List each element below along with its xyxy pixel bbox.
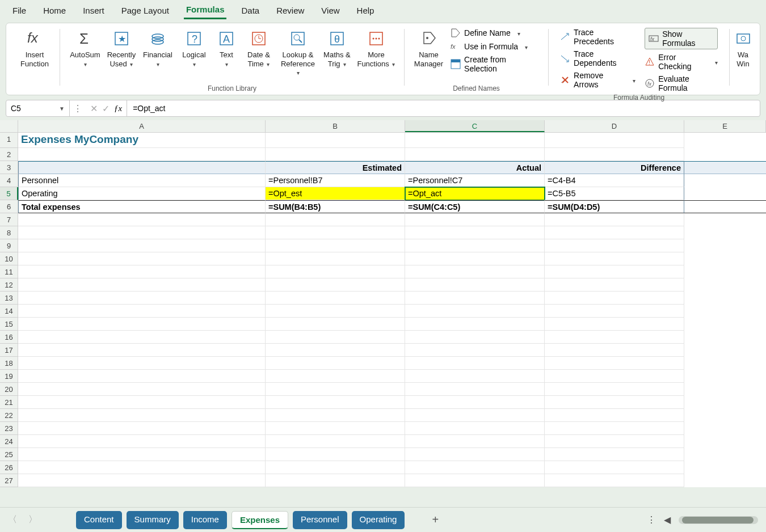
cell-C20[interactable] (405, 383, 545, 396)
sheet-tab-content[interactable]: Content (76, 511, 122, 529)
cell-A1[interactable]: Expenses MyCompany (18, 133, 266, 148)
cell-B7[interactable] (266, 213, 405, 226)
cell-B9[interactable] (266, 239, 405, 252)
cell-B2[interactable] (266, 148, 405, 161)
watch-window-button[interactable]: Wa Win (732, 27, 754, 70)
cell-E11[interactable] (684, 265, 766, 278)
cell-B13[interactable] (266, 292, 405, 305)
sheet-tab-personnel[interactable]: Personnel (293, 511, 347, 529)
cell-D19[interactable] (545, 370, 684, 383)
cell-D2[interactable] (545, 148, 684, 161)
cell-E10[interactable] (684, 252, 766, 265)
menu-help[interactable]: Help (355, 2, 377, 19)
cell-A19[interactable] (18, 370, 266, 383)
cell-B15[interactable] (266, 318, 405, 331)
cell-E12[interactable] (684, 278, 766, 292)
cell-E6[interactable] (684, 200, 766, 213)
cell-D9[interactable] (545, 239, 684, 252)
cell-B24[interactable] (266, 435, 405, 448)
cell-C13[interactable] (405, 292, 545, 305)
cell-D4[interactable]: =C4-B4 (545, 174, 684, 187)
row-header[interactable]: 11 (0, 265, 18, 278)
cell-B1[interactable] (266, 133, 405, 148)
cell-C4[interactable]: =Personnel!C7 (405, 174, 545, 187)
cell-A4[interactable]: Personnel (18, 174, 266, 187)
cell-A12[interactable] (18, 278, 266, 292)
row-header[interactable]: 25 (0, 448, 18, 461)
cell-D3[interactable]: Difference (545, 161, 684, 174)
cell-A9[interactable] (18, 239, 266, 252)
row-header[interactable]: 20 (0, 383, 18, 396)
cell-C17[interactable] (405, 344, 545, 357)
cell-A15[interactable] (18, 318, 266, 331)
cell-C26[interactable] (405, 461, 545, 474)
row-header[interactable]: 9 (0, 239, 18, 252)
error-checking-button[interactable]: ! Error Checking (645, 53, 718, 71)
cell-A3[interactable] (18, 161, 266, 174)
cell-D15[interactable] (545, 318, 684, 331)
cell-E9[interactable] (684, 239, 766, 252)
chevron-down-icon[interactable]: ▼ (59, 105, 65, 112)
cell-D24[interactable] (545, 435, 684, 448)
cell-A2[interactable] (18, 148, 266, 161)
row-header[interactable]: 21 (0, 396, 18, 409)
cell-D23[interactable] (545, 422, 684, 435)
cell-A6[interactable]: Total expenses (18, 200, 266, 213)
maths-button[interactable]: θ Maths & Trig (319, 27, 355, 70)
cell-B22[interactable] (266, 409, 405, 422)
cell-C21[interactable] (405, 396, 545, 409)
cell-C1[interactable] (405, 133, 545, 148)
row-header[interactable]: 23 (0, 422, 18, 435)
prev-sheet-icon[interactable]: 〈 (8, 514, 17, 526)
cell-C19[interactable] (405, 370, 545, 383)
cell-A8[interactable] (18, 226, 266, 239)
row-header[interactable]: 15 (0, 318, 18, 331)
cell-C27[interactable] (405, 474, 545, 487)
cell-A25[interactable] (18, 448, 266, 461)
sheet-options-icon[interactable]: ⋮ (647, 514, 656, 525)
sheet-tab-expenses[interactable]: Expenses (232, 511, 288, 529)
cell-A24[interactable] (18, 435, 266, 448)
cell-E2[interactable] (684, 148, 766, 161)
cell-C6[interactable]: =SUM(C4:C5) (405, 200, 545, 213)
autosum-button[interactable]: Σ AutoSum (67, 27, 103, 70)
cell-B8[interactable] (266, 226, 405, 239)
cell-D1[interactable] (545, 133, 684, 148)
cell-E24[interactable] (684, 435, 766, 448)
logical-button[interactable]: ? Logical (176, 27, 212, 70)
menu-home[interactable]: Home (41, 2, 68, 19)
cell-A26[interactable] (18, 461, 266, 474)
cell-A22[interactable] (18, 409, 266, 422)
cell-A20[interactable] (18, 383, 266, 396)
row-header[interactable]: 12 (0, 278, 18, 292)
cell-D17[interactable] (545, 344, 684, 357)
cell-C23[interactable] (405, 422, 545, 435)
cell-B21[interactable] (266, 396, 405, 409)
cancel-icon[interactable]: ✕ (90, 103, 98, 114)
scroll-left-icon[interactable]: ◀ (664, 514, 671, 525)
recently-used-button[interactable]: ★ Recently Used (103, 27, 140, 70)
next-sheet-icon[interactable]: 〉 (28, 514, 37, 526)
cell-B19[interactable] (266, 370, 405, 383)
row-header[interactable]: 24 (0, 435, 18, 448)
define-name-button[interactable]: Define Name (451, 28, 537, 38)
select-all-corner[interactable] (0, 120, 18, 133)
cell-A11[interactable] (18, 265, 266, 278)
row-header[interactable]: 3 (0, 161, 18, 174)
cell-C9[interactable] (405, 239, 545, 252)
text-button[interactable]: A Text (212, 27, 241, 70)
row-header[interactable]: 22 (0, 409, 18, 422)
cell-A18[interactable] (18, 357, 266, 370)
cell-E21[interactable] (684, 396, 766, 409)
row-header[interactable]: 19 (0, 370, 18, 383)
row-header[interactable]: 6 (0, 200, 18, 213)
row-header[interactable]: 8 (0, 226, 18, 239)
cell-E25[interactable] (684, 448, 766, 461)
cell-C10[interactable] (405, 252, 545, 265)
cell-C25[interactable] (405, 448, 545, 461)
cell-D11[interactable] (545, 265, 684, 278)
cell-E5[interactable] (684, 187, 766, 200)
cell-A27[interactable] (18, 474, 266, 487)
sheet-tab-operating[interactable]: Operating (352, 511, 405, 529)
insert-function-button[interactable]: fx Insert Function (16, 27, 53, 70)
